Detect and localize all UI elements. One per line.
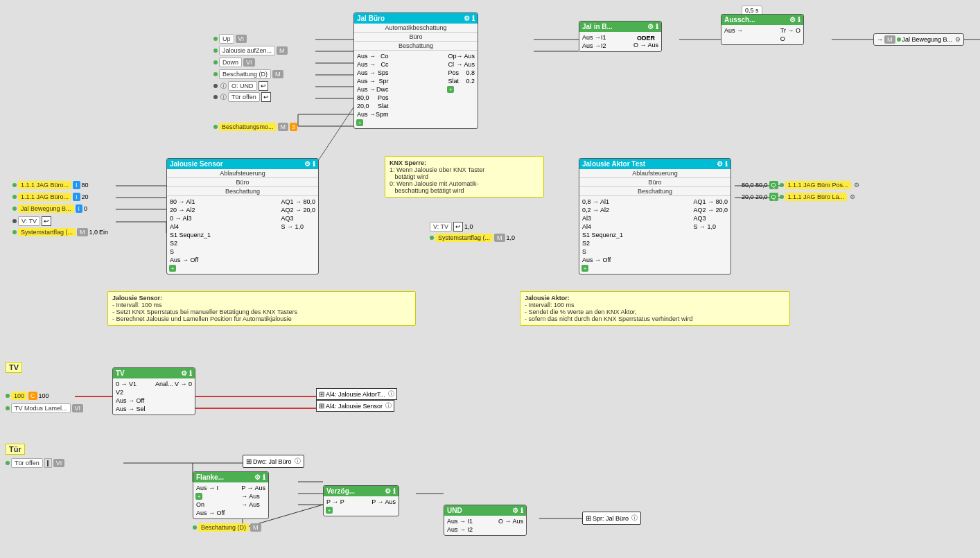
- sensor-note: Jalousie Sensor: - Intervall: 100 ms - S…: [107, 291, 416, 326]
- verzog-node: Verzög... ⚙ ℹ P → P + P → Aus: [323, 485, 399, 516]
- aussch-header: Aussch... ⚙ ℹ: [721, 15, 803, 25]
- aktor-header: Jalousie Aktor Test ⚙ ℹ: [579, 159, 730, 169]
- input-up: Up VI: [213, 34, 247, 44]
- tv-input-100: 100 C 100: [6, 392, 49, 400]
- section-tv-label: TV: [6, 362, 22, 373]
- input-jalousie-zen: Jalousie aufZen... M: [213, 46, 288, 55]
- sensor-input-2: 1.1.1 JAG Büro... I 20: [12, 193, 89, 201]
- port-dot: [213, 84, 218, 88]
- tv-node: TV ⚙ ℹ 0 → V1 V2 Aus → Off Aus → Sel Ana…: [112, 367, 195, 415]
- tur-input: Tür offen ∥ VI: [6, 458, 64, 468]
- jal-in-b-node: Jal in B... ⚙ ℹ Aus → I1 Aus → I2 ODER O…: [579, 21, 662, 52]
- aktor-output-2: 20,0 20,0 Q 1.1.1 JAG Büro La... ⚙: [742, 193, 855, 201]
- tv-out-2: ⊞ Al4: Jalousie Sensor ⓘ: [316, 400, 394, 412]
- jalousie-sensor-node: Jalousie Sensor ⚙ ℹ Ablaufsteuerung Büro…: [166, 158, 319, 274]
- input-beschattung-d: Beschattung (D) M: [213, 69, 283, 79]
- input-o-und: ⓘ O: UND ↩: [213, 81, 268, 91]
- port-dot: [213, 72, 218, 76]
- input-down: Down VI: [213, 58, 255, 67]
- section-tur-label: Tür: [6, 444, 25, 455]
- tv-out-1: ⊞ Al4: Jalousie AktorT... ⓘ: [316, 388, 397, 400]
- aktor-output-1: 80,0 80,0 Q 1.1.1 JAG Büro Pos... ⚙: [742, 181, 859, 189]
- aktor-note: Jalousie Aktor: - Intervall: 100 ms - Se…: [520, 291, 790, 326]
- sensor-input-3: Jal Bewegung B... I 0: [12, 204, 87, 213]
- tv-input-modus: TV Modus Lamel... VI: [6, 403, 83, 413]
- spr-node: ⊞ Spr: Jal Büro ⓘ: [582, 512, 641, 525]
- verzog-header: Verzög... ⚙ ℹ: [324, 486, 399, 496]
- aktor-sys: Systemstartflag (... M 1,0: [430, 234, 515, 242]
- und-tur-node: UND ⚙ ℹ Aus → I1 Aus → I2 O → Aus: [444, 505, 527, 536]
- knx-note: KNX Sperre: 1: Wenn Jalousie über KNX Ta…: [385, 156, 544, 198]
- port-dot: [213, 49, 218, 53]
- port-dot: [213, 37, 218, 41]
- tv-header: TV ⚙ ℹ: [113, 368, 195, 378]
- flanke-node: Flanke... ⚙ ℹ Aus → I + On Aus → Off P →…: [193, 471, 269, 519]
- aussch-node: Aussch... ⚙ ℹ Aus → Tr → O O: [721, 14, 804, 45]
- sensor-input-1: 1.1.1 JAG Büro... I 80: [12, 181, 89, 189]
- jal-buro-node: Jal Büro ⚙ ℹ Automatikbeschattung Büro B…: [353, 12, 478, 129]
- sensor-input-vtv: V: TV ↩: [12, 216, 51, 226]
- input-beschattungsmo: Beschattungsmo... M 3: [213, 123, 297, 131]
- port-dot: [213, 60, 218, 64]
- dwc-node: ⊞ Dwc: Jal Büro ⓘ: [243, 455, 304, 468]
- aktor-vtv: V: TV ↩ 1,0: [430, 222, 473, 232]
- port-dot: [213, 95, 218, 99]
- sensor-header: Jalousie Sensor ⚙ ℹ: [167, 159, 318, 169]
- jal-in-b-header: Jal in B... ⚙ ℹ: [579, 21, 661, 32]
- tur-beschattung-d: Beschattung (D) M: [193, 523, 261, 532]
- jalousie-aktor-node: Jalousie Aktor Test ⚙ ℹ Ablaufsteuerung …: [579, 158, 731, 274]
- jal-buro-header: Jal Büro ⚙ ℹ: [354, 13, 478, 24]
- input-tur-offen: ⓘ Tür offen ↩: [213, 92, 271, 102]
- und-header: UND ⚙ ℹ: [444, 505, 526, 516]
- m-node-aussch: → M Jal Bewegung B... ⚙: [873, 33, 964, 46]
- flanke-header: Flanke... ⚙ ℹ: [193, 472, 268, 482]
- port-dot: [213, 125, 218, 129]
- sensor-input-sys: Systemstartflag (... M 1,0 Ein: [12, 228, 108, 236]
